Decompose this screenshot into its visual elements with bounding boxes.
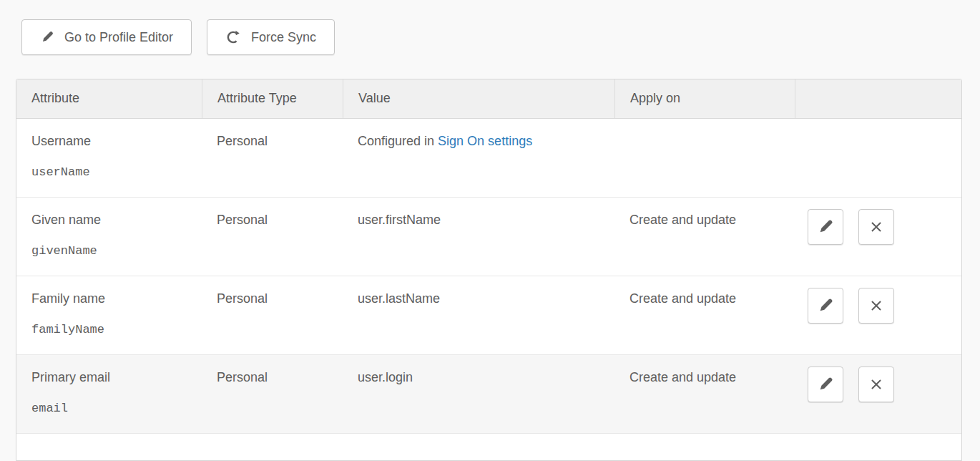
pencil-icon (817, 218, 834, 236)
table-row-given-name: Given name givenName Personal user.first… (16, 198, 961, 276)
close-icon (868, 298, 884, 314)
table-row-username: Username userName Personal Configured in… (16, 119, 961, 198)
close-icon (868, 377, 884, 392)
attribute-code: email (31, 401, 195, 417)
attribute-code: givenName (31, 243, 195, 259)
attribute-label: Username (31, 133, 195, 149)
value-text: Configured in (358, 134, 434, 148)
attribute-label: Given name (31, 212, 195, 228)
attribute-code: userName (31, 165, 195, 180)
attribute-value: user.firstName (343, 198, 614, 276)
delete-attribute-button[interactable] (858, 209, 894, 245)
delete-attribute-button[interactable] (858, 288, 894, 324)
attribute-label: Primary email (31, 369, 195, 385)
attribute-label: Family name (31, 291, 195, 306)
column-header-apply-on: Apply on (614, 79, 795, 118)
column-header-attribute-type: Attribute Type (202, 79, 343, 118)
force-sync-button[interactable]: Force Sync (207, 19, 335, 55)
table-header: Attribute Attribute Type Value Apply on (16, 79, 961, 119)
force-sync-label: Force Sync (251, 30, 316, 45)
attribute-type: Personal (202, 355, 343, 433)
go-to-profile-editor-label: Go to Profile Editor (64, 30, 173, 45)
row-actions (795, 276, 961, 354)
pencil-icon (817, 376, 834, 393)
go-to-profile-editor-button[interactable]: Go to Profile Editor (21, 19, 192, 55)
toolbar: Go to Profile Editor Force Sync (21, 19, 335, 55)
attribute-mappings-table: Attribute Attribute Type Value Apply on … (16, 79, 962, 461)
row-actions (795, 355, 961, 433)
table-row-primary-email: Primary email email Personal user.login … (16, 355, 961, 434)
edit-attribute-button[interactable] (808, 367, 843, 402)
pencil-icon (817, 297, 834, 314)
delete-attribute-button[interactable] (858, 367, 894, 402)
row-actions (795, 119, 961, 197)
table-row-family-name: Family name familyName Personal user.las… (16, 276, 961, 355)
attribute-type: Personal (202, 198, 343, 276)
sign-on-settings-link[interactable]: Sign On settings (438, 134, 532, 148)
apply-on-value: Create and update (614, 276, 795, 354)
table-row-partial (16, 434, 961, 461)
refresh-icon (225, 29, 241, 45)
apply-on-value: Create and update (614, 198, 795, 276)
column-header-attribute: Attribute (16, 79, 202, 118)
close-icon (868, 219, 884, 235)
attribute-value: user.login (343, 355, 614, 433)
attribute-type: Personal (202, 119, 343, 197)
attribute-type: Personal (202, 276, 343, 354)
column-header-actions (795, 79, 961, 118)
edit-attribute-button[interactable] (808, 288, 843, 324)
edit-attribute-button[interactable] (808, 209, 843, 245)
apply-on-value (614, 119, 795, 197)
attribute-code: familyName (31, 322, 195, 338)
attribute-value: user.lastName (343, 276, 614, 354)
pencil-icon (40, 30, 54, 44)
column-header-value: Value (343, 79, 614, 118)
apply-on-value: Create and update (614, 355, 795, 433)
row-actions (795, 198, 961, 276)
